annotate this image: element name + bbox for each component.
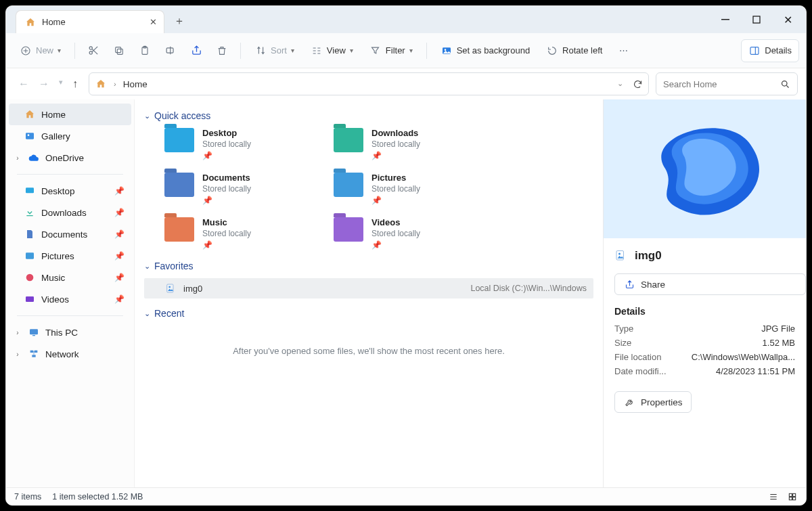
sort-button[interactable]: Sort ▾ [248,39,301,62]
new-button[interactable]: New ▾ [13,39,68,62]
sidebar-item-label: Gallery [41,131,70,141]
view-details-icon-button[interactable] [768,492,779,502]
view-large-icons-button[interactable] [787,492,798,502]
cut-button[interactable] [82,39,105,62]
sort-icon [254,45,267,57]
favorite-item[interactable]: img0 Local Disk (C:)\Win...\Windows [144,278,593,298]
chevron-right-icon[interactable]: › [13,351,22,358]
svg-rect-25 [167,284,173,292]
rename-button[interactable] [159,39,182,62]
view-button[interactable]: View ▾ [304,39,360,62]
chevron-right-icon[interactable]: › [13,329,22,336]
sidebar-item-videos[interactable]: Videos 📌 [9,288,131,310]
sidebar-item-this-pc[interactable]: › This PC [9,321,131,343]
qa-sub: Stored locally [371,139,420,149]
document-icon [24,228,36,240]
search-placeholder: Search Home [663,79,717,89]
recent-empty-message: After you've opened some files, we'll sh… [144,326,593,376]
group-recent[interactable]: ⌄ Recent [144,308,593,319]
new-label: New [36,45,53,55]
svg-rect-21 [32,335,35,336]
group-quick-access[interactable]: ⌄ Quick access [144,110,593,121]
chevron-down-icon: ▾ [291,47,294,54]
properties-button[interactable]: Properties [614,391,692,413]
copy-button[interactable] [108,39,131,62]
chevron-down-icon: ▾ [58,47,61,54]
group-favorites[interactable]: ⌄ Favorites [144,261,593,271]
share-button[interactable]: Share [614,273,806,295]
pin-icon: 📌 [202,151,251,160]
sidebar-item-label: Music [41,273,65,283]
up-button[interactable]: ↑ [72,78,78,90]
rotate-left-button[interactable]: Rotate left [539,39,609,62]
folder-icon [164,128,194,152]
pin-icon: 📌 [371,196,420,205]
sidebar-item-gallery[interactable]: Gallery [9,125,131,147]
desktop-icon [24,185,36,197]
delete-button[interactable] [210,39,233,62]
svg-rect-24 [32,355,35,357]
breadcrumb[interactable]: Home [123,79,148,89]
qa-name: Downloads [371,128,420,138]
qa-name: Documents [202,173,251,183]
details-row: TypeJPG File [614,324,795,334]
new-tab-button[interactable]: ＋ [168,10,190,32]
sidebar-item-music[interactable]: Music 📌 [9,267,131,288]
search-input[interactable]: Search Home [656,72,798,95]
set-background-button[interactable]: Set as background [434,39,537,62]
sidebar-item-label: Documents [41,229,87,240]
quick-access-item[interactable]: PicturesStored locally📌 [334,173,489,205]
quick-access-item[interactable]: VideosStored locally📌 [334,217,489,250]
sidebar-item-onedrive[interactable]: › OneDrive [9,147,131,169]
navigation-row: ← → ▾ ↑ › Home ⌄ Search Home [6,68,806,99]
filter-button[interactable]: Filter ▾ [363,39,420,62]
quick-access-item[interactable]: DownloadsStored locally📌 [334,128,489,160]
details-pane-toggle[interactable]: Details [741,39,799,62]
pin-icon: 📌 [114,229,125,239]
svg-rect-30 [789,493,792,496]
copy-icon [113,45,125,57]
close-button[interactable]: ✕ [772,6,803,33]
sidebar-item-documents[interactable]: Documents 📌 [9,223,131,245]
address-dropdown-button[interactable]: ⌄ [617,79,623,89]
quick-access-item[interactable]: DesktopStored locally📌 [164,128,320,160]
back-button[interactable]: ← [18,78,29,90]
refresh-button[interactable] [633,79,643,89]
file-header: img0 [604,238,806,273]
tab-close-icon[interactable]: ✕ [150,17,157,27]
chevron-right-icon[interactable]: › [13,154,22,162]
pin-icon: 📌 [114,273,125,282]
more-button[interactable]: ⋯ [612,39,635,62]
image-file-icon [164,282,177,294]
trash-icon [216,45,228,57]
svg-rect-32 [789,497,792,499]
tab-home[interactable]: Home ✕ [16,10,164,33]
properties-label: Properties [641,397,683,407]
minimize-button[interactable] [710,6,741,33]
sidebar-item-pictures[interactable]: Pictures 📌 [9,245,131,267]
details-heading: Details [614,306,795,317]
svg-rect-5 [117,49,122,54]
address-bar[interactable]: › Home ⌄ [89,72,649,95]
sidebar-item-desktop[interactable]: Desktop 📌 [9,180,131,202]
paste-button[interactable] [133,39,156,62]
pin-icon: 📌 [202,196,251,205]
filter-label: Filter [386,45,405,55]
share-button[interactable] [185,39,208,62]
forward-button[interactable]: → [39,78,49,90]
tab-title: Home [42,17,66,27]
recent-locations-button[interactable]: ▾ [59,78,63,90]
quick-access-item[interactable]: MusicStored locally📌 [164,217,320,250]
scissors-icon [87,45,99,57]
download-icon [24,206,36,219]
sidebar-item-home[interactable]: Home [9,104,131,125]
quick-access-item[interactable]: DocumentsStored locally📌 [164,173,320,205]
sidebar-item-network[interactable]: › Network [9,343,131,365]
sidebar-item-downloads[interactable]: Downloads 📌 [9,202,131,223]
details-pane: img0 Share Details TypeJPG FileSize1.52 … [603,99,806,487]
maximize-button[interactable] [741,6,772,33]
folder-icon [164,173,194,197]
file-name: img0 [635,249,662,263]
svg-point-15 [28,134,30,136]
group-label: Quick access [154,110,210,121]
